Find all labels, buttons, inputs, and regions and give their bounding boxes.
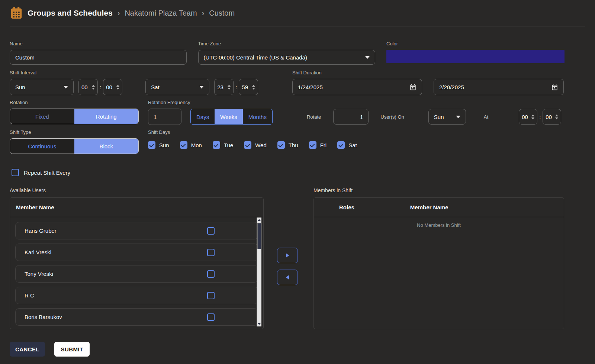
- shift-day-tue[interactable]: Tue: [213, 141, 233, 149]
- scrollbar-down-button[interactable]: [257, 322, 261, 326]
- row-checkbox[interactable]: [207, 227, 215, 235]
- start-date-input[interactable]: 1/24/2025: [292, 79, 422, 95]
- scrollbar-thumb[interactable]: [257, 223, 261, 249]
- row-checkbox[interactable]: [207, 313, 215, 321]
- shift-day-sun[interactable]: Sun: [148, 141, 169, 149]
- available-users-list: Hans Gruber Karl Vreski Tony Vreski R C: [10, 217, 263, 326]
- repeat-shift-checkbox[interactable]: [12, 169, 19, 176]
- name-input[interactable]: Custom: [10, 50, 187, 65]
- shift-interval-label: Shift Interval: [10, 70, 261, 75]
- spinner-arrows-icon[interactable]: [116, 85, 119, 90]
- rotate-at-hour-spinner[interactable]: 00: [519, 109, 537, 125]
- shift-day-mon[interactable]: Mon: [180, 141, 202, 149]
- rotate-count-value: 1: [360, 114, 363, 120]
- end-date-value: 2/20/2025: [439, 84, 464, 90]
- breadcrumb-item-groups-and-schedules[interactable]: Groups and Schedules: [28, 9, 113, 17]
- chevron-down-icon: [365, 56, 370, 59]
- checkbox-checked-icon[interactable]: [244, 141, 251, 149]
- rotate-at-minute-spinner[interactable]: 00: [543, 109, 561, 125]
- checkbox-checked-icon[interactable]: [309, 141, 316, 149]
- spinner-arrows-icon[interactable]: [252, 85, 255, 90]
- spinner-arrows-icon[interactable]: [531, 115, 534, 119]
- users-on-day-select[interactable]: Sun: [428, 109, 466, 125]
- rotation-label: Rotation: [10, 100, 139, 105]
- rotation-option-fixed[interactable]: Fixed: [10, 109, 74, 124]
- day-label: Fri: [320, 142, 327, 148]
- calendar-icon: [10, 6, 23, 20]
- submit-button[interactable]: SUBMIT: [54, 342, 90, 357]
- shift-type-group: Shift Type Continuous Block: [10, 129, 139, 154]
- remove-from-shift-button[interactable]: [277, 270, 298, 285]
- end-date-input[interactable]: 2/20/2025: [434, 79, 564, 95]
- table-row[interactable]: R C: [15, 287, 258, 304]
- move-to-shift-button[interactable]: [277, 248, 298, 263]
- interval-end-minute-value: 59: [242, 84, 248, 90]
- shift-type-option-block[interactable]: Block: [74, 139, 139, 154]
- timezone-field-group: Time Zone (UTC-06:00) Central Time (US &…: [198, 41, 375, 65]
- spinner-arrows-icon[interactable]: [555, 115, 558, 119]
- member-name: Boris Barsukov: [25, 314, 62, 320]
- calendar-picker-icon[interactable]: [551, 84, 558, 91]
- color-swatch[interactable]: [386, 50, 565, 63]
- shift-days-label: Shift Days: [148, 129, 368, 135]
- day-label: Wed: [255, 142, 267, 148]
- checkbox-checked-icon[interactable]: [277, 141, 285, 149]
- repeat-shift-label: Repeat Shift Every: [24, 170, 70, 176]
- users-section: Available Users Member Name Hans Gruber …: [10, 187, 565, 329]
- shift-day-fri[interactable]: Fri: [309, 141, 327, 149]
- frequency-unit-segmented: Days Weeks Months: [190, 109, 273, 125]
- member-name: R C: [25, 292, 34, 299]
- time-separator: :: [539, 114, 541, 120]
- calendar-picker-icon[interactable]: [409, 84, 416, 91]
- row-checkbox[interactable]: [207, 292, 215, 299]
- shift-interval-group: Shift Interval Sun 00 : 00 Sat: [10, 70, 261, 95]
- shift-day-sat[interactable]: Sat: [337, 141, 357, 149]
- interval-end-minute-spinner[interactable]: 59: [239, 79, 258, 95]
- rotation-option-rotating[interactable]: Rotating: [74, 109, 139, 124]
- shift-type-option-continuous[interactable]: Continuous: [10, 139, 74, 154]
- member-name: Hans Gruber: [25, 228, 57, 234]
- rotate-at-hour-value: 00: [522, 114, 528, 120]
- arrow-right-icon: [286, 253, 289, 258]
- row-checkbox[interactable]: [207, 249, 215, 256]
- unit-weeks[interactable]: Weeks: [215, 109, 243, 124]
- breadcrumb-item-team[interactable]: Nakatomi Plaza Team: [125, 9, 197, 17]
- shift-type-row: Shift Type Continuous Block Shift Days S…: [10, 129, 565, 154]
- scrollbar-up-button[interactable]: [257, 218, 261, 222]
- unit-days[interactable]: Days: [191, 109, 215, 124]
- cancel-button[interactable]: CANCEL: [10, 342, 45, 357]
- interval-end-day-select[interactable]: Sat: [145, 79, 209, 95]
- spinner-arrows-icon[interactable]: [228, 85, 231, 90]
- shift-day-thu[interactable]: Thu: [277, 141, 298, 149]
- rotate-count-input[interactable]: 1: [333, 109, 369, 125]
- table-row[interactable]: Karl Vreski: [15, 244, 258, 261]
- day-label: Tue: [224, 142, 233, 148]
- shift-type-label: Shift Type: [10, 129, 139, 135]
- shift-days-group: Shift Days Sun Mon Tue Wed: [148, 129, 368, 154]
- unit-months[interactable]: Months: [243, 109, 272, 124]
- shift-day-wed[interactable]: Wed: [244, 141, 267, 149]
- table-row[interactable]: Boris Barsukov: [15, 308, 258, 326]
- rotation-frequency-input[interactable]: 1: [148, 109, 181, 125]
- checkbox-checked-icon[interactable]: [213, 141, 220, 149]
- checkbox-checked-icon[interactable]: [148, 141, 155, 149]
- interval-start-day-select[interactable]: Sun: [10, 79, 74, 95]
- checkbox-checked-icon[interactable]: [180, 141, 187, 149]
- breadcrumb: Groups and Schedules › Nakatomi Plaza Te…: [23, 9, 235, 17]
- row-checkbox[interactable]: [207, 270, 215, 278]
- interval-end-hour-spinner[interactable]: 23: [214, 79, 234, 95]
- interval-start-minute-spinner[interactable]: 00: [103, 79, 122, 95]
- interval-start-hour-spinner[interactable]: 00: [78, 79, 98, 95]
- basic-info-row: Name Custom Time Zone (UTC-06:00) Centra…: [10, 41, 565, 65]
- shift-type-toggle: Continuous Block: [10, 138, 139, 154]
- checkbox-checked-icon[interactable]: [337, 141, 345, 149]
- spinner-arrows-icon[interactable]: [92, 85, 95, 90]
- timezone-select[interactable]: (UTC-06:00) Central Time (US & Canada): [198, 50, 375, 65]
- day-label: Thu: [289, 142, 298, 148]
- vertical-scrollbar[interactable]: [257, 218, 261, 326]
- arrow-down-icon: [258, 323, 261, 325]
- interval-start-hour-value: 00: [81, 84, 88, 90]
- header-divider: [10, 26, 585, 26]
- table-row[interactable]: Hans Gruber: [15, 222, 258, 239]
- table-row[interactable]: Tony Vreski: [15, 265, 258, 283]
